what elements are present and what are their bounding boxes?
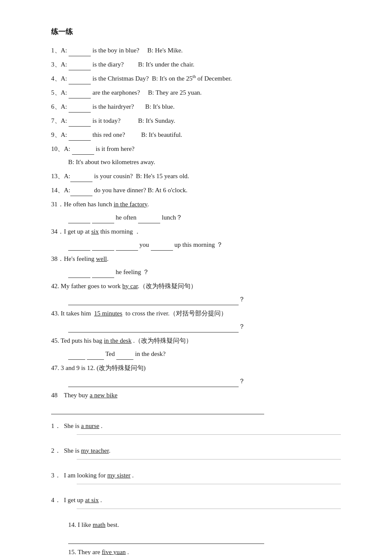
item4-underline: at six [85,497,99,503]
blank-q38b [92,271,114,278]
item-2: 2． She is my teacher. [51,445,341,463]
blank-q42-answer [68,298,239,305]
blank-q34a [68,244,90,251]
q14s-underline: math [93,521,106,528]
item-4: 4． I get up at six . [51,494,341,512]
q10: 10、A: is it from here? B: It's about two… [51,143,341,168]
blank-q34b [92,244,114,251]
q43: 43. It takes him 15 minutes to cross the… [51,308,341,332]
q38-underline: well [96,255,107,262]
blank-q48-answer [51,408,264,414]
blank-q10 [72,148,94,155]
blank-q7 [69,120,91,127]
blank-q47-answer [68,380,239,387]
q15s-underline: five yuan [102,549,126,555]
blank-q13 [70,175,92,182]
item-1: 1． She is a nurse . [51,420,341,438]
item3-underline: my sister [107,472,131,479]
q38: 38．He's feeling well. he feeling ？ [51,253,341,278]
q1: 1、A: is the boy in blue? B: He's Mike. [51,45,341,56]
q31: 31．He often has lunch in the factory. he… [51,199,341,223]
blank-q1 [69,49,91,56]
q31-underline: in the factory [114,201,147,208]
q42: 42. My father goes to work by car.（改为特殊疑… [51,280,341,305]
blank-q6 [69,106,91,113]
q4: 4、A: is the Christmas Day? B: It's on th… [51,73,341,84]
q14-standalone: 14. I like math best. [51,519,341,544]
item-3: 3． I am looking for my sister . [51,470,341,488]
item2-underline: my teacher [81,447,109,454]
q45-underline: in the desk [104,337,132,344]
blank-q5 [69,92,91,98]
q14: 14、A: do you have dinner? B: At 6 o'cloc… [51,185,341,196]
q48-underline: a new bike [90,392,118,399]
blank-q31b [92,217,114,223]
blank-q9 [69,134,91,141]
q42-underline: by car [122,283,138,289]
blank-q45c [116,353,133,360]
q5: 5、A: are the earphones? B: They are 25 y… [51,87,341,98]
blank-q38a [68,271,90,278]
q7: 7、A: is it today? B: It's Sunday. [51,115,341,127]
q45: 45. Ted puts his bag in the desk .（改为特殊疑… [51,335,341,360]
item1-answer-line [77,434,341,435]
q9: 9、A: this red one? B: It's beautiful. [51,129,341,141]
item1-underline: a nurse [81,422,99,429]
blank-q34d [151,244,173,251]
q47: 47. 3 and 9 is 12. (改为特殊疑问句) ？ [51,362,341,387]
section-title: 练一练 [51,26,341,39]
q13: 13、A: is your cousin? B: He's 15 years o… [51,171,341,182]
blank-q31a [68,217,90,223]
blank-q31c [138,217,160,223]
blank-q3 [69,64,91,70]
item2-answer-line [77,459,341,460]
q43-underline: 15 minutes [94,310,122,317]
blank-q14 [70,189,92,196]
q34-underline: six [91,228,99,235]
item4-answer-line [77,509,341,509]
blank-q43-answer [68,326,239,332]
q6: 6、A: is the hairdryer? B: It's blue. [51,101,341,113]
q48: 48 They buy a new bike [51,390,341,414]
blank-q14s-answer [68,537,264,544]
q15-standalone: 15. They are five yuan . [51,546,341,555]
blank-q45b [87,353,104,360]
page-content: 练一练 1、A: is the boy in blue? B: He's Mik… [51,26,341,555]
item3-answer-line [77,484,341,484]
q34: 34．I get up at six this morning ． you up… [51,226,341,251]
blank-q4 [69,78,91,84]
q3: 3、A: is the diary? B: It's under the cha… [51,59,341,70]
blank-q34c [116,244,138,251]
blank-q45a [68,353,85,360]
